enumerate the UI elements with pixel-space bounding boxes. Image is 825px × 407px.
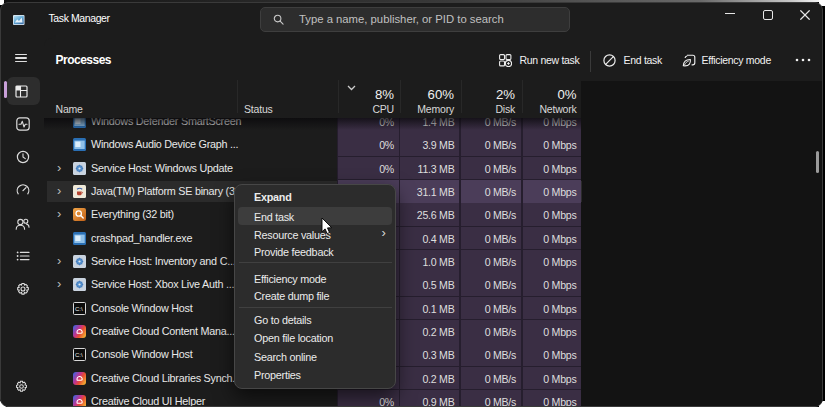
svg-text:C:\: C:\ (75, 352, 83, 358)
svg-text:C:\: C:\ (75, 305, 83, 311)
